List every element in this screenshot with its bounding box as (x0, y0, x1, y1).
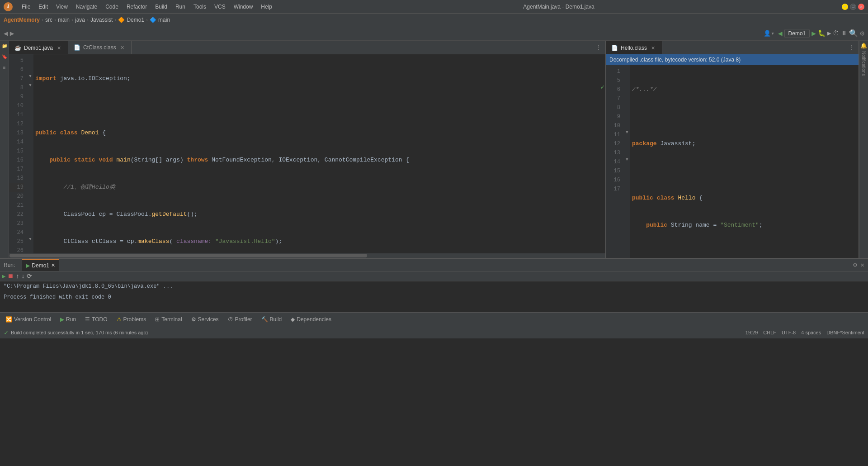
bookmarks-icon[interactable]: 🔖 (1, 53, 8, 61)
breadcrumb-javassist[interactable]: Javassist (90, 17, 113, 23)
fold-gutter-left: ▾ ▾ ▾ (27, 54, 33, 253)
terminal-icon: ⊞ (155, 316, 160, 323)
coverage-button[interactable]: ▶ (827, 29, 831, 37)
debug-button[interactable]: 🐛 (818, 29, 826, 37)
build-button[interactable]: 🔨 Build (259, 315, 284, 323)
right-notification-sidebar: 🔔 Notifications (859, 41, 868, 258)
menu-window[interactable]: Window (230, 3, 257, 11)
breadcrumb-sep3: › (71, 17, 73, 23)
services-label: Services (198, 316, 219, 323)
structure-icon[interactable]: ≡ (1, 64, 8, 71)
profiler-button[interactable]: ⏱ Profiler (226, 315, 254, 323)
left-code-text[interactable]: import java.io.IOException; public class… (33, 54, 605, 253)
breadcrumb-project[interactable]: AgentMemory (4, 17, 40, 23)
breadcrumb-src[interactable]: src (45, 17, 52, 23)
stop-button[interactable]: ⏸ (841, 30, 847, 37)
settings-button[interactable]: ⚙ (860, 29, 864, 38)
run-play-button[interactable]: ▶ (2, 272, 5, 280)
breadcrumb-main[interactable]: main (58, 17, 70, 23)
code-line-8: public static void main(String[] args) t… (33, 156, 605, 165)
menu-run[interactable]: Run (172, 3, 189, 11)
toolbar-run-config[interactable]: Demo1 (784, 29, 810, 38)
notifications-label[interactable]: Notifications (861, 49, 866, 77)
build-label: Build (270, 316, 282, 323)
services-button[interactable]: ⚙ Services (189, 315, 221, 323)
tab-more-button[interactable]: ⋮ (592, 43, 605, 51)
right-code-line-7 (630, 166, 859, 176)
maximize-button[interactable]: □ (850, 4, 856, 10)
right-code-line-6: package Javassist; (630, 139, 859, 148)
menu-build[interactable]: Build (151, 3, 171, 11)
menu-code[interactable]: Code (102, 3, 122, 11)
profile-button[interactable]: ⏱ (833, 30, 839, 37)
menu-view[interactable]: View (52, 3, 71, 11)
right-code-line-1: /*...*/ (630, 85, 859, 94)
tab-icon-ctclass: 📄 (74, 44, 80, 51)
tab-close-ctclass[interactable]: ✕ (119, 44, 126, 51)
terminal-button[interactable]: ⊞ Terminal (153, 315, 184, 323)
run-close-icon[interactable]: ✕ (861, 261, 864, 269)
dependencies-label: Dependencies (297, 316, 331, 323)
tab-close-demo1[interactable]: ✕ (56, 45, 62, 52)
run-panel: Run: ▶ Demo1 ✕ ⚙ ✕ ▶ ⏹ ↑ ↓ ⟳ "C:\Program… (0, 258, 868, 312)
run-wrap-button[interactable]: ⟳ (27, 272, 32, 280)
notifications-icon[interactable]: 🔔 (860, 43, 867, 49)
tab-label-hello: Hello.class (621, 45, 647, 51)
run-down-arrow[interactable]: ↓ (21, 273, 25, 280)
run-up-arrow[interactable]: ↑ (15, 273, 19, 280)
run-button[interactable]: ▶ (811, 29, 816, 38)
breadcrumb-class-icon: 🔶 (118, 17, 125, 23)
todo-button[interactable]: ☰ TODO (83, 315, 109, 323)
project-icon[interactable]: 📁 (1, 43, 8, 50)
version-control-button[interactable]: 🔀 Version Control (4, 315, 53, 323)
run-console: "C:\Program Files\Java\jdk1.8.0_65\bin\j… (0, 281, 868, 312)
tab-demo1-java[interactable]: ☕ Demo1.java ✕ (9, 41, 68, 54)
breadcrumb-class[interactable]: Demo1 (127, 17, 144, 23)
toolbar-nav-fwd[interactable]: ▶ (10, 29, 14, 38)
run-tab-label: Demo1 (32, 262, 49, 269)
menu-bar: File Edit View Navigate Code Refactor Bu… (18, 3, 276, 11)
menu-refactor[interactable]: Refactor (123, 3, 151, 11)
run-command-line: "C:\Program Files\Java\jdk1.8.0_65\bin\j… (4, 283, 864, 290)
left-scrollbar[interactable] (9, 253, 605, 258)
menu-edit[interactable]: Edit (35, 3, 52, 11)
menu-vcs[interactable]: VCS (211, 3, 229, 11)
run-tab-close[interactable]: ✕ (51, 262, 55, 268)
toolbar-nav-back[interactable]: ◀ (4, 29, 8, 38)
dependencies-button[interactable]: ◆ Dependencies (289, 315, 333, 323)
breadcrumb-java[interactable]: java (75, 17, 85, 23)
title-center: AgentMain.java - Demo1.java (276, 4, 842, 10)
run-tab-demo1[interactable]: ▶ Demo1 ✕ (22, 259, 59, 271)
run-tab-icon: ▶ (26, 262, 30, 269)
close-button[interactable]: ✕ (858, 4, 864, 10)
right-code-line-8: public class Hello { (630, 194, 859, 203)
tab-icon-demo1: ☕ (14, 45, 21, 51)
version-control-label: Version Control (14, 316, 51, 323)
menu-navigate[interactable]: Navigate (72, 3, 101, 11)
status-encoding[interactable]: CRLF (763, 330, 776, 335)
status-charset[interactable]: UTF-8 (782, 330, 796, 335)
right-code-text[interactable]: /*...*/ package Javassist; public class … (630, 65, 859, 258)
code-line-11: CtClass ctClass = cp.makeClass( classnam… (33, 237, 605, 246)
run-stop-button[interactable]: ⏹ (7, 273, 14, 280)
breadcrumb-sep5: › (114, 17, 116, 23)
run-tool-icon: ▶ (60, 316, 64, 323)
search-button[interactable]: 🔍 (849, 29, 858, 38)
status-indent[interactable]: 4 spaces (801, 330, 821, 335)
toolbar-nav-back2[interactable]: ◀ (778, 29, 783, 38)
tab-ctclass[interactable]: 📄 CtClass.class ✕ (68, 41, 132, 54)
right-tab-more[interactable]: ⋮ (845, 43, 859, 51)
run-tool-button[interactable]: ▶ Run (58, 315, 78, 323)
tab-hello-class[interactable]: 📄 Hello.class ✕ (606, 41, 662, 54)
menu-file[interactable]: File (18, 3, 34, 11)
tab-close-hello[interactable]: ✕ (650, 45, 656, 52)
menu-tools[interactable]: Tools (190, 3, 210, 11)
left-sidebar: 📁 🔖 ≡ (0, 41, 9, 258)
breadcrumb-method[interactable]: main (158, 17, 170, 23)
problems-button[interactable]: ⚠ Problems (115, 315, 148, 323)
run-settings-icon[interactable]: ⚙ (853, 261, 857, 269)
minimize-button[interactable]: – (842, 4, 848, 10)
user-icon[interactable]: 👤▾ (764, 30, 774, 37)
menu-help[interactable]: Help (257, 3, 276, 11)
problems-label: Problems (123, 316, 146, 323)
